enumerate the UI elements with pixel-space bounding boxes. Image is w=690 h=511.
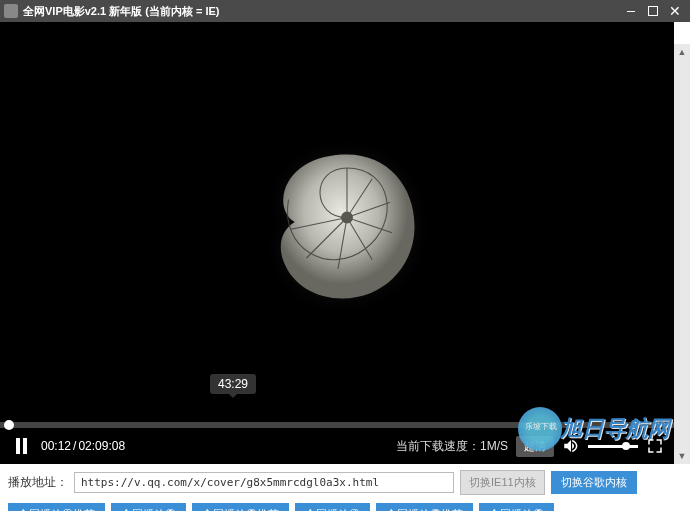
quality-button[interactable]: 超清: [516, 436, 554, 457]
volume-thumb[interactable]: [622, 442, 630, 450]
switch-chrome-button[interactable]: 切换谷歌内核: [551, 471, 637, 494]
total-time: 02:09:08: [78, 439, 125, 453]
player-controls: 00:12/02:09:08 当前下载速度：1M/S 超清: [0, 428, 674, 464]
url-input[interactable]: [74, 472, 454, 493]
download-speed: 当前下载速度：1M/S: [396, 438, 508, 455]
recommend-bar: 全网播放①推荐 全网播放② 全网播放③推荐 全网播放④ 全网播放⑤推荐 全网播放…: [0, 501, 690, 511]
volume-icon[interactable]: [562, 437, 580, 455]
current-time: 00:12: [41, 439, 71, 453]
minimize-button[interactable]: [620, 2, 642, 20]
svg-point-0: [342, 212, 353, 223]
url-bar: 播放地址： 切换IE11内核 切换谷歌内核: [0, 464, 690, 501]
scroll-down-icon[interactable]: ▼: [674, 448, 690, 464]
recommend-btn-2[interactable]: 全网播放②: [111, 503, 186, 511]
recommend-btn-5[interactable]: 全网播放⑤推荐: [376, 503, 473, 511]
scroll-up-icon[interactable]: ▲: [674, 44, 690, 60]
recommend-btn-6[interactable]: 全网播放⑥: [479, 503, 554, 511]
switch-ie-button[interactable]: 切换IE11内核: [460, 470, 545, 495]
video-canvas[interactable]: 43:29: [0, 22, 674, 422]
recommend-btn-4[interactable]: 全网播放④: [295, 503, 370, 511]
recommend-btn-3[interactable]: 全网播放③推荐: [192, 503, 289, 511]
video-content-shell: [257, 132, 437, 312]
app-icon: [4, 4, 18, 18]
time-display: 00:12/02:09:08: [41, 439, 125, 453]
recommend-btn-1[interactable]: 全网播放①推荐: [8, 503, 105, 511]
close-button[interactable]: ✕: [664, 2, 686, 20]
title-bar: 全网VIP电影v2.1 新年版 (当前内核 = IE) ✕: [0, 0, 690, 22]
progress-bar[interactable]: [0, 422, 674, 428]
scroll-track[interactable]: [674, 60, 690, 448]
vertical-scrollbar[interactable]: ▲ ▼: [674, 44, 690, 464]
url-label: 播放地址：: [8, 474, 68, 491]
seek-tooltip: 43:29: [210, 374, 256, 394]
volume-slider[interactable]: [588, 445, 638, 448]
fullscreen-icon[interactable]: [646, 437, 664, 455]
progress-thumb[interactable]: [4, 420, 14, 430]
video-player: 43:29 00:12/02:09:08 当前下载速度：1M/S 超清: [0, 22, 674, 464]
pause-button[interactable]: [10, 438, 33, 454]
maximize-button[interactable]: [642, 2, 664, 20]
window-title: 全网VIP电影v2.1 新年版 (当前内核 = IE): [23, 4, 620, 19]
